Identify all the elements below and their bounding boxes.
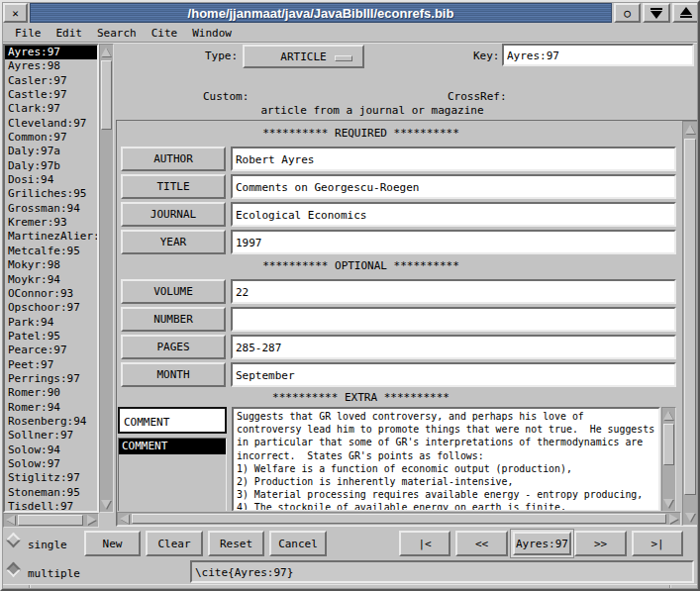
menu-item[interactable]: Search: [97, 27, 137, 40]
reference-list-item[interactable]: Rosenberg:94: [5, 415, 97, 429]
reference-list[interactable]: Ayres:97Ayres:98Casler:97Castle:97Clark:…: [3, 44, 99, 513]
reference-list-item[interactable]: Pearce:97: [5, 344, 97, 357]
sidebar-vertical-scrollbar[interactable]: [99, 44, 114, 513]
panel-vertical-scrollbar[interactable]: [682, 121, 698, 526]
reference-list-item[interactable]: Ayres:97: [5, 46, 97, 59]
reference-list-item[interactable]: Opschoor:97: [5, 301, 97, 315]
sidebar-horizontal-scrollbar[interactable]: [3, 513, 99, 528]
clear-button[interactable]: Clear: [146, 531, 203, 556]
menu-item[interactable]: Cite: [151, 27, 178, 40]
type-dropdown[interactable]: ARTICLE: [243, 45, 364, 68]
reference-list-item[interactable]: Perrings:97: [5, 372, 97, 386]
scroll-up-icon[interactable]: [663, 411, 673, 420]
reference-list-item[interactable]: Mokyr:98: [5, 258, 97, 272]
reference-list-item[interactable]: Solow:94: [5, 443, 97, 457]
reference-list-item[interactable]: Sollner:97: [5, 429, 97, 443]
scrollbar-thumb[interactable]: [101, 60, 112, 130]
reference-list-item[interactable]: Park:94: [5, 316, 97, 330]
single-mode-label[interactable]: single: [28, 539, 67, 551]
key-input[interactable]: [502, 44, 694, 66]
scrollbar-thumb[interactable]: [132, 514, 666, 524]
multiple-mode-radio[interactable]: [6, 562, 22, 578]
scroll-up-icon[interactable]: [101, 48, 111, 56]
reference-list-item[interactable]: OConnor:93: [5, 287, 97, 301]
nav-first-button[interactable]: |<: [399, 531, 450, 556]
field-label-button[interactable]: JOURNAL: [121, 202, 226, 227]
nav-prev-button[interactable]: <<: [455, 531, 508, 556]
field-value-input[interactable]: [231, 362, 676, 387]
scroll-down-icon[interactable]: [685, 513, 695, 522]
cite-command-input[interactable]: [190, 560, 694, 583]
menu-item[interactable]: Edit: [56, 27, 83, 40]
reference-list-item[interactable]: Patel:95: [5, 330, 97, 344]
nav-current-button[interactable]: Ayres:97: [513, 532, 571, 555]
single-mode-radio[interactable]: [6, 533, 22, 548]
field-value-input[interactable]: [231, 147, 676, 171]
reference-list-item[interactable]: Romer:94: [5, 401, 97, 415]
scroll-down-icon[interactable]: [101, 500, 111, 509]
scroll-right-icon[interactable]: [669, 514, 678, 524]
reference-list-item[interactable]: MartinezAlier:9: [5, 230, 97, 244]
reference-list-item[interactable]: Casler:97: [5, 74, 97, 88]
titlebar[interactable]: ✕ /home/jjanmaat/java/JavaBibIII/econref…: [3, 3, 697, 23]
reference-list-item[interactable]: Solow:97: [5, 457, 97, 471]
reference-list-item[interactable]: Cleveland:97: [5, 117, 97, 131]
reference-list-item[interactable]: Daly:97a: [5, 145, 97, 158]
reference-list-item[interactable]: Common:97: [5, 131, 97, 145]
nav-next-button[interactable]: >>: [574, 531, 627, 556]
iconify-button[interactable]: [643, 3, 670, 23]
reference-list-item[interactable]: Moykr:94: [5, 273, 97, 287]
extra-field-name-input[interactable]: [118, 407, 227, 434]
reset-button[interactable]: Reset: [208, 531, 264, 556]
titlebar-drag-area[interactable]: /home/jjanmaat/java/JavaBibIII/econrefs.…: [30, 3, 612, 23]
reference-list-item[interactable]: Clark:97: [5, 102, 97, 116]
field-value-input[interactable]: [231, 174, 676, 199]
scroll-down-icon[interactable]: [663, 499, 673, 508]
multiple-mode-label[interactable]: multiple: [28, 567, 80, 580]
field-label-button[interactable]: PAGES: [121, 335, 226, 359]
field-label-button[interactable]: VOLUME: [121, 279, 226, 304]
scroll-up-icon[interactable]: [685, 125, 695, 134]
reference-list-item[interactable]: Kremer:93: [5, 216, 97, 230]
extra-field-list-item[interactable]: COMMENT: [119, 439, 226, 454]
field-value-input[interactable]: [231, 230, 676, 254]
window-resize-bar[interactable]: [0, 584, 700, 591]
field-label-button[interactable]: AUTHOR: [121, 147, 226, 171]
reference-list-item[interactable]: Griliches:95: [5, 187, 97, 201]
cancel-button[interactable]: Cancel: [269, 531, 327, 556]
nav-last-button[interactable]: >|: [632, 531, 683, 556]
menu-item[interactable]: Window: [192, 27, 232, 40]
comment-textarea[interactable]: [234, 409, 658, 510]
field-value-input[interactable]: [231, 279, 676, 304]
field-value-input[interactable]: [231, 202, 676, 227]
new-button[interactable]: New: [84, 531, 141, 556]
reference-list-item[interactable]: Tisdell:97: [5, 500, 97, 513]
extra-field-list[interactable]: COMMENT: [118, 438, 227, 511]
scrollbar-thumb[interactable]: [684, 139, 696, 495]
reference-list-item[interactable]: Stoneman:95: [5, 486, 97, 500]
scrollbar-thumb[interactable]: [18, 515, 83, 526]
scrollbar-thumb[interactable]: [663, 424, 674, 465]
field-value-input[interactable]: [231, 307, 676, 332]
reference-list-item[interactable]: Ayres:98: [5, 59, 97, 73]
field-label-button[interactable]: TITLE: [121, 174, 226, 199]
reference-list-item[interactable]: Romer:90: [5, 386, 97, 400]
window-menu-button[interactable]: ○: [614, 3, 641, 23]
reference-list-item[interactable]: Grossman:94: [5, 202, 97, 216]
scroll-left-icon[interactable]: [6, 515, 15, 525]
field-label-button[interactable]: YEAR: [121, 230, 226, 254]
field-value-input[interactable]: [231, 335, 676, 359]
scroll-right-icon[interactable]: [87, 515, 96, 525]
reference-list-item[interactable]: Dosi:94: [5, 173, 97, 187]
reference-list-item[interactable]: Stiglitz:97: [5, 471, 97, 485]
scroll-left-icon[interactable]: [120, 514, 129, 524]
close-button[interactable]: ✕: [3, 3, 28, 23]
reference-list-item[interactable]: Daly:97b: [5, 159, 97, 173]
menu-item[interactable]: File: [15, 27, 42, 40]
reference-list-item[interactable]: Metcalfe:95: [5, 245, 97, 258]
reference-list-item[interactable]: Castle:97: [5, 88, 97, 102]
panel-horizontal-scrollbar[interactable]: [117, 512, 681, 526]
reference-list-item[interactable]: Peet:97: [5, 358, 97, 372]
maximize-button[interactable]: [672, 3, 700, 23]
field-label-button[interactable]: NUMBER: [121, 307, 226, 332]
